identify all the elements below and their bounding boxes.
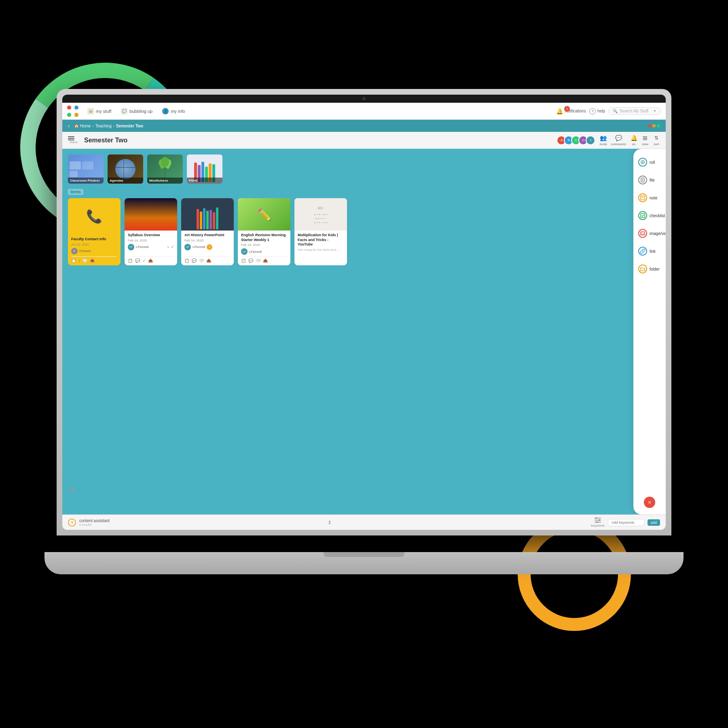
svg-point-11 [641, 233, 642, 233]
english-comment-icon[interactable]: 💬 [248, 258, 253, 263]
help-button[interactable]: ? help [589, 108, 605, 114]
file-icon [638, 176, 647, 184]
faculty-actions: 📋 1 🤍 📤 [71, 256, 117, 263]
keywords-input[interactable] [608, 519, 644, 526]
invite-icon: 👥 [600, 134, 607, 142]
art-history-comment-icon[interactable]: 💬 [192, 258, 197, 263]
svg-point-1 [642, 162, 643, 163]
checklist-icon [638, 211, 647, 220]
english-avatar: LF [241, 248, 248, 255]
item-english[interactable]: ✏️ English Revision Morning Starter Week… [238, 198, 290, 265]
faculty-title: Faculty Contact Info [71, 237, 117, 242]
folder-label: folder [650, 267, 660, 271]
laptop-display: 🗂 my stuff 💬 bubbling up 👤 my info [57, 89, 671, 574]
english-share-icon[interactable]: 📤 [263, 258, 268, 263]
sidebar-close-button[interactable]: × [644, 497, 655, 508]
folder-agendas[interactable]: Agendas [108, 154, 143, 184]
menu-button[interactable]: menu [68, 136, 79, 144]
roll-icon [638, 158, 647, 167]
art-history-share-icon[interactable]: 📤 [206, 258, 211, 263]
breadcrumb-actions [648, 124, 660, 127]
add-keyword-button[interactable]: add [648, 519, 660, 526]
item-multiplication[interactable]: ✏ × ÷ + − × ÷= × ÷ + −× ÷ + − × = Multip… [294, 198, 347, 265]
breadcrumb-bar: ‹ 🏠 Home › Teaching › Semester Two [62, 120, 666, 132]
faculty-heart-icon[interactable]: 🤍 [83, 258, 87, 263]
faculty-share-icon[interactable]: 📤 [90, 258, 95, 263]
syllabus-user: LF LFlores8 1 ✓ [128, 244, 174, 250]
english-date: Feb 14, 2020 [241, 243, 287, 247]
item-art-history[interactable]: Art History PowerPoint Feb 14, 2020 LF L… [181, 198, 234, 265]
item-faculty[interactable]: 📞 Faculty Contact Info Jul 15, 2020 C [68, 198, 121, 265]
folder-mindfulness[interactable]: Mindfulness [147, 154, 183, 184]
art-history-title: Art History PowerPoint [184, 233, 231, 238]
folder-mindfulness-label: Mindfulness [147, 178, 183, 184]
syllabus-check-icon: ✓ [171, 245, 174, 249]
item-syllabus[interactable]: Syllabus Overview Feb 14, 2020 LF LFlore… [125, 198, 177, 265]
sidebar-note[interactable]: note [633, 191, 666, 205]
keywords-button[interactable]: keywords [591, 517, 605, 527]
camera-dot [362, 97, 366, 100]
expand-button[interactable]: ⇕ [328, 520, 332, 525]
folder-pshe[interactable]: PSHE [187, 154, 222, 184]
syllabus-share-icon[interactable]: 📤 [148, 258, 153, 263]
page-header-right: A B C D + 👥 invite 💬 [557, 134, 660, 146]
svg-point-16 [599, 519, 600, 521]
view-button[interactable]: ⊞ view [641, 134, 649, 146]
keywords-section: keywords add [591, 517, 660, 527]
breadcrumb-home[interactable]: 🏠 Home [74, 124, 91, 128]
sidebar-link[interactable]: link [633, 244, 666, 258]
folder-pshe-label: PSHE [187, 178, 222, 184]
my-stuff-nav[interactable]: 🗂 my stuff [83, 106, 116, 116]
items-grid: 📞 Faculty Contact Info Jul 15, 2020 C [68, 198, 660, 265]
assistant-icon: ✦ [68, 518, 76, 527]
faculty-date: Jul 15, 2020 [71, 243, 117, 246]
roll-label: roll [650, 160, 655, 165]
dropdown-arrow-icon: ▼ [653, 109, 656, 113]
comments-button[interactable]: 💬 comments [611, 134, 626, 146]
notifications-button[interactable]: 1 🔔 notifications [556, 108, 586, 114]
app-logo[interactable] [67, 106, 78, 117]
link-icon [638, 247, 647, 256]
sidebar-file[interactable]: file [633, 173, 666, 187]
on-button[interactable]: 🔔 on [630, 134, 637, 146]
my-info-nav[interactable]: 👤 my info [157, 106, 190, 116]
search-icon: 🔍 [613, 109, 618, 113]
english-heart-icon[interactable]: 🤍 [256, 258, 260, 263]
sidebar-folder[interactable]: folder [633, 262, 666, 276]
breadcrumb-sep-2: › [113, 124, 114, 128]
keywords-icon-svg [595, 517, 601, 523]
my-stuff-icon: 🗂 [87, 108, 94, 114]
syllabus-check-action[interactable]: ✓ [142, 258, 146, 263]
file-label: file [650, 178, 655, 182]
delete-zone[interactable]: 🗑 [68, 485, 78, 494]
bubbling-up-nav[interactable]: 💬 bubbling up [116, 106, 157, 116]
art-history-actions: 📋 💬 🤍 📤 [184, 256, 231, 263]
avatar-count: + [586, 135, 595, 145]
syllabus-comment-icon[interactable]: 💬 [135, 258, 140, 263]
laptop-hinge [324, 552, 404, 557]
sidebar-image-video[interactable]: image/video [633, 226, 666, 240]
link-label: link [650, 249, 656, 254]
sort-button[interactable]: ⇅ sort [653, 134, 660, 146]
search-bar[interactable]: 🔍 Search My Stuff ▼ [608, 107, 661, 115]
breadcrumb-sep-1: › [92, 124, 93, 128]
faculty-comment-count: 1 [78, 259, 80, 262]
math-title: Multiplication for Kids | Facts and Tric… [298, 233, 344, 247]
syllabus-title: Syllabus Overview [128, 233, 174, 238]
folder-icon [638, 265, 647, 273]
sidebar-checklist[interactable]: checklist [633, 209, 666, 222]
art-history-thumb [181, 198, 234, 231]
art-history-heart-icon[interactable]: 🤍 [199, 258, 204, 263]
art-history-date: Feb 14, 2020 [184, 239, 231, 242]
invite-button[interactable]: 👥 invite [599, 134, 607, 146]
folder-classroom[interactable]: Classroom Photos! [68, 154, 104, 184]
breadcrumb-teaching[interactable]: Teaching [95, 124, 112, 128]
sidebar-roll[interactable]: roll [633, 155, 666, 169]
back-button[interactable]: ‹ [68, 123, 70, 129]
assistant-sub: 0 results [79, 523, 110, 527]
sort-icon: ⇅ [653, 134, 660, 142]
delete-icon: 🗑 [70, 486, 76, 493]
syllabus-doc-icon: 📋 [128, 258, 133, 263]
laptop-body: 🗂 my stuff 💬 bubbling up 👤 my info [57, 89, 671, 535]
art-history-avatar: LF [184, 244, 191, 250]
